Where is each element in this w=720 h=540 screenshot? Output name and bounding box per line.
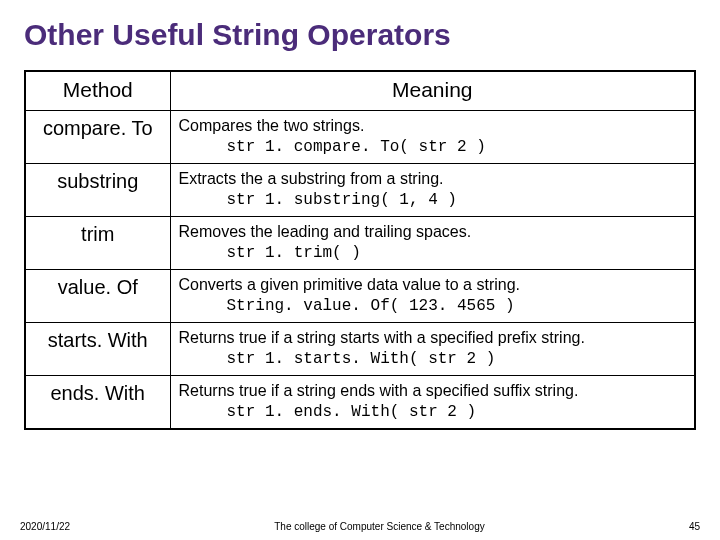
method-meaning: Extracts the a substring from a string. … xyxy=(170,164,695,217)
footer-date: 2020/11/22 xyxy=(20,521,70,532)
meaning-code: str 1. ends. With( str 2 ) xyxy=(179,402,687,422)
meaning-desc: Removes the leading and trailing spaces. xyxy=(179,223,472,240)
slide-footer: 2020/11/22 The college of Computer Scien… xyxy=(0,521,720,532)
method-meaning: Returns true if a string starts with a s… xyxy=(170,323,695,376)
table-row: value. Of Converts a given primitive dat… xyxy=(25,270,695,323)
methods-table: Method Meaning compare. To Compares the … xyxy=(24,70,696,430)
table-row: starts. With Returns true if a string st… xyxy=(25,323,695,376)
method-name: substring xyxy=(25,164,170,217)
method-name: ends. With xyxy=(25,376,170,430)
header-meaning: Meaning xyxy=(170,71,695,111)
meaning-code: str 1. substring( 1, 4 ) xyxy=(179,190,687,210)
table-row: compare. To Compares the two strings. st… xyxy=(25,111,695,164)
method-meaning: Converts a given primitive data value to… xyxy=(170,270,695,323)
meaning-desc: Extracts the a substring from a string. xyxy=(179,170,444,187)
meaning-desc: Compares the two strings. xyxy=(179,117,365,134)
method-name: trim xyxy=(25,217,170,270)
meaning-code: str 1. compare. To( str 2 ) xyxy=(179,137,687,157)
method-name: starts. With xyxy=(25,323,170,376)
method-meaning: Returns true if a string ends with a spe… xyxy=(170,376,695,430)
footer-center: The college of Computer Science & Techno… xyxy=(70,521,689,532)
table-row: trim Removes the leading and trailing sp… xyxy=(25,217,695,270)
table-row: substring Extracts the a substring from … xyxy=(25,164,695,217)
table-header-row: Method Meaning xyxy=(25,71,695,111)
method-meaning: Compares the two strings. str 1. compare… xyxy=(170,111,695,164)
meaning-desc: Converts a given primitive data value to… xyxy=(179,276,521,293)
meaning-code: str 1. starts. With( str 2 ) xyxy=(179,349,687,369)
footer-page: 45 xyxy=(689,521,700,532)
header-method: Method xyxy=(25,71,170,111)
meaning-code: str 1. trim( ) xyxy=(179,243,687,263)
table-row: ends. With Returns true if a string ends… xyxy=(25,376,695,430)
method-name: compare. To xyxy=(25,111,170,164)
method-name: value. Of xyxy=(25,270,170,323)
meaning-desc: Returns true if a string starts with a s… xyxy=(179,329,585,346)
meaning-desc: Returns true if a string ends with a spe… xyxy=(179,382,579,399)
slide-title: Other Useful String Operators xyxy=(24,18,696,52)
meaning-code: String. value. Of( 123. 4565 ) xyxy=(179,296,687,316)
method-meaning: Removes the leading and trailing spaces.… xyxy=(170,217,695,270)
